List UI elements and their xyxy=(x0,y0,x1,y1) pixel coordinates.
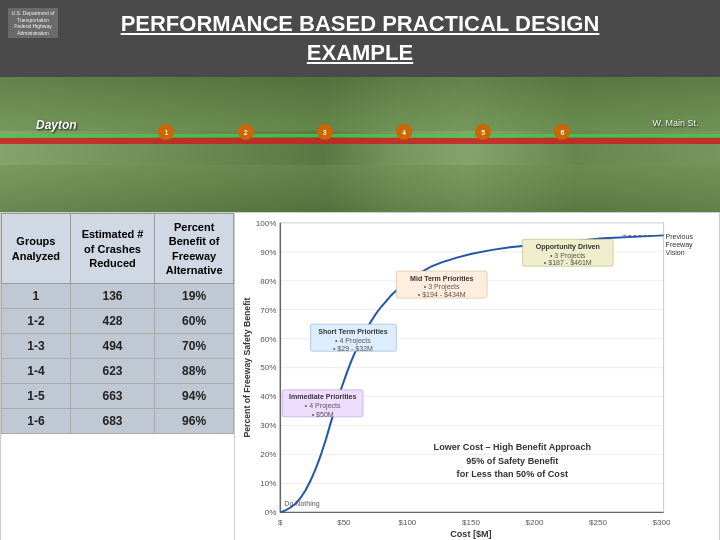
chart-section: 100% 90% 80% 70% 60% 50% 40% 30% 20% 10%… xyxy=(235,212,720,540)
svg-text:95% of Safety Benefit: 95% of Safety Benefit xyxy=(466,456,558,466)
svg-text:100%: 100% xyxy=(256,219,277,228)
chart-area: 100% 90% 80% 70% 60% 50% 40% 30% 20% 10%… xyxy=(240,218,714,540)
table-row: 1-349470% xyxy=(2,334,234,359)
svg-text:30%: 30% xyxy=(260,422,276,431)
svg-text:• 4 Projects: • 4 Projects xyxy=(335,337,371,345)
svg-text:Opportunity Driven: Opportunity Driven xyxy=(536,243,600,251)
svg-text:$300: $300 xyxy=(653,518,672,527)
svg-text:80%: 80% xyxy=(260,277,276,286)
location-right: W. Main St. xyxy=(652,118,698,128)
svg-text:• $50M: • $50M xyxy=(312,411,334,418)
svg-text:for Less than 50% of Cost: for Less than 50% of Cost xyxy=(457,469,568,479)
svg-text:• 4 Projects: • 4 Projects xyxy=(305,402,341,410)
svg-text:$150: $150 xyxy=(462,518,481,527)
svg-text:Freeway: Freeway xyxy=(666,241,694,249)
page-title: PERFORMANCE BASED PRACTICAL DESIGN EXAMP… xyxy=(20,10,700,67)
svg-text:Cost [$M]: Cost [$M] xyxy=(450,529,491,539)
svg-text:Vision: Vision xyxy=(666,249,685,256)
cell-percent: 70% xyxy=(155,334,234,359)
cell-group: 1-4 xyxy=(2,359,71,384)
svg-text:70%: 70% xyxy=(260,306,276,315)
cell-crashes: 623 xyxy=(70,359,154,384)
bottom-section: GroupsAnalyzed Estimated #of CrashesRedu… xyxy=(0,212,720,540)
table-row: 1-242860% xyxy=(2,309,234,334)
col-header-crashes: Estimated #of CrashesReduced xyxy=(70,214,154,284)
col-header-benefit: PercentBenefit ofFreewayAlternative xyxy=(155,214,234,284)
table-row: 1-566394% xyxy=(2,384,234,409)
logo-box: U.S. Department of Transportation Federa… xyxy=(8,8,58,38)
svg-text:Immediate Priorities: Immediate Priorities xyxy=(289,394,356,401)
cell-percent: 19% xyxy=(155,284,234,309)
location-dayton: Dayton xyxy=(36,118,77,132)
marker-2: 2 xyxy=(238,124,254,140)
svg-text:$50: $50 xyxy=(337,518,351,527)
svg-text:$200: $200 xyxy=(526,518,545,527)
svg-text:Do Nothing: Do Nothing xyxy=(284,500,319,508)
svg-text:• 3 Projects: • 3 Projects xyxy=(424,284,460,292)
svg-text:Short Term Priorities: Short Term Priorities xyxy=(318,328,388,335)
cell-crashes: 428 xyxy=(70,309,154,334)
cell-percent: 94% xyxy=(155,384,234,409)
table-row: 1-462388% xyxy=(2,359,234,384)
cell-group: 1 xyxy=(2,284,71,309)
data-table: GroupsAnalyzed Estimated #of CrashesRedu… xyxy=(1,213,234,434)
cell-crashes: 663 xyxy=(70,384,154,409)
col-header-groups: GroupsAnalyzed xyxy=(2,214,71,284)
aerial-photo: Dayton W. Main St. 1 2 3 4 5 6 xyxy=(0,77,720,212)
cell-crashes: 494 xyxy=(70,334,154,359)
aerial-top-band xyxy=(0,77,720,131)
svg-text:$: $ xyxy=(278,518,283,527)
svg-text:• $194 - $434M: • $194 - $434M xyxy=(418,291,466,298)
svg-text:Lower Cost – High Benefit Appr: Lower Cost – High Benefit Approach xyxy=(434,442,591,452)
svg-text:40%: 40% xyxy=(260,393,276,402)
logo-subtext: Federal Highway Administration xyxy=(8,23,58,36)
cell-percent: 88% xyxy=(155,359,234,384)
svg-text:50%: 50% xyxy=(260,364,276,373)
aerial-bottom-band xyxy=(0,165,720,212)
svg-text:60%: 60% xyxy=(260,335,276,344)
svg-text:10%: 10% xyxy=(260,480,276,489)
svg-text:• 3 Projects: • 3 Projects xyxy=(550,252,586,260)
road-line-green xyxy=(0,134,720,137)
header: U.S. Department of Transportation Federa… xyxy=(0,0,720,77)
road-line-red xyxy=(0,138,720,144)
logo: U.S. Department of Transportation Federa… xyxy=(8,8,58,38)
svg-text:Mid Term Priorities: Mid Term Priorities xyxy=(410,275,473,282)
cell-percent: 60% xyxy=(155,309,234,334)
table-row: 113619% xyxy=(2,284,234,309)
svg-text:$100: $100 xyxy=(398,518,417,527)
cell-crashes: 683 xyxy=(70,409,154,434)
chart-svg: 100% 90% 80% 70% 60% 50% 40% 30% 20% 10%… xyxy=(240,218,714,540)
svg-text:$250: $250 xyxy=(589,518,608,527)
svg-text:Percent of Freeway Safety Bene: Percent of Freeway Safety Benefit xyxy=(242,298,252,438)
svg-text:20%: 20% xyxy=(260,451,276,460)
svg-text:• $29 - $32M: • $29 - $32M xyxy=(333,346,373,353)
svg-text:0%: 0% xyxy=(265,509,277,518)
svg-text:90%: 90% xyxy=(260,248,276,257)
svg-text:Previous: Previous xyxy=(666,234,694,241)
data-table-section: GroupsAnalyzed Estimated #of CrashesRedu… xyxy=(0,212,235,540)
cell-group: 1-5 xyxy=(2,384,71,409)
cell-group: 1-2 xyxy=(2,309,71,334)
svg-text:• $187 - $461M: • $187 - $461M xyxy=(544,260,592,267)
cell-group: 1-6 xyxy=(2,409,71,434)
table-row: 1-668396% xyxy=(2,409,234,434)
logo-text: U.S. Department of Transportation xyxy=(8,10,58,23)
cell-group: 1-3 xyxy=(2,334,71,359)
cell-crashes: 136 xyxy=(70,284,154,309)
cell-percent: 96% xyxy=(155,409,234,434)
